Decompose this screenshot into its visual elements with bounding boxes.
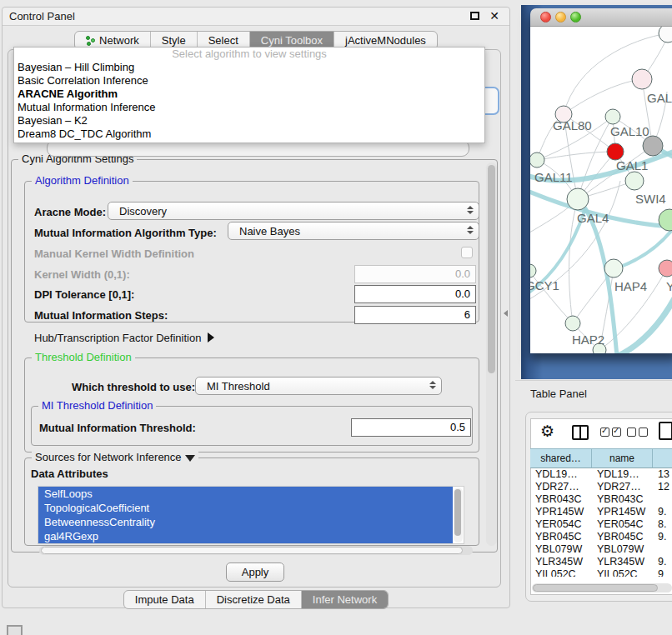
close-icon[interactable]: ✕ [489, 9, 499, 22]
table-cell: 9. [653, 531, 672, 543]
table-cell: YBR045C [530, 531, 592, 543]
float-window-icon[interactable] [470, 12, 479, 20]
kernel-width-field[interactable]: 0.0 [354, 265, 476, 283]
table-row[interactable]: YER054CYER054C8. [530, 518, 672, 531]
document-icon[interactable] [659, 422, 672, 440]
algorithm-dropdown-popup: Select algorithm to view settings Bayesi… [13, 47, 485, 143]
algorithm-list-item[interactable]: Mutual Information Inference [14, 101, 484, 114]
combo-arrows-icon [467, 206, 474, 214]
algorithm-list-item[interactable]: Dream8 DC_TDC Algorithm [14, 128, 484, 141]
network-node[interactable] [632, 69, 652, 89]
table-cell: YBL079W [530, 543, 592, 556]
scrollbar-thumb[interactable] [454, 489, 461, 536]
table-row[interactable]: YBR043CYBR043C [530, 493, 672, 506]
table-cell: YER054C [530, 518, 592, 531]
network-node[interactable] [565, 316, 580, 331]
which-threshold-value: MI Threshold [207, 380, 270, 392]
algorithm-list-item[interactable]: Bayesian – Hill Climbing [14, 61, 484, 74]
mi-threshold-field[interactable]: 0.5 [351, 418, 471, 437]
attribute-list-item[interactable]: gal4RGexp [38, 529, 453, 543]
tab-infer-network[interactable]: Infer Network [302, 591, 388, 608]
which-threshold-combobox[interactable]: MI Threshold [195, 377, 442, 395]
network-canvas[interactable]: GALGAL80GAL10GAL1GAL11SWI4GAL4GCY1HAP4YH… [530, 27, 672, 353]
table-header-row: shared…name [530, 448, 672, 468]
network-node-label: GAL4 [577, 211, 609, 225]
table-row[interactable]: YPR145WYPR145W9. [530, 506, 672, 518]
network-edge [537, 152, 615, 160]
sources-title[interactable]: Sources for Network Inference [32, 451, 198, 463]
attribute-list-item[interactable]: TopologicalCoefficient [38, 501, 453, 515]
table-column-header[interactable] [653, 448, 672, 468]
table-row[interactable]: YIL052CYIL052C9 [530, 568, 672, 577]
algorithm-list-item[interactable]: Bayesian – K2 [14, 114, 484, 128]
aracne-mode-combobox[interactable]: Discovery [108, 202, 479, 220]
scrollbar-thumb[interactable] [488, 165, 495, 373]
network-node-label: GAL1 [616, 158, 648, 172]
attribute-list-item[interactable]: BetweennessCentrality [38, 515, 453, 529]
table-row[interactable]: YBL079WYBL079W [530, 543, 672, 556]
algorithm-list-item[interactable]: Basic Correlation Inference [14, 74, 484, 88]
network-node[interactable] [607, 143, 624, 160]
tab-discretize-data[interactable]: Discretize Data [206, 591, 302, 608]
mi-threshold-label: Mutual Information Threshold: [39, 422, 196, 434]
table-row[interactable]: YDR27…YDR27…12 [530, 481, 672, 493]
table-cell: YLR345W [530, 556, 592, 568]
manual-kernel-width-checkbox[interactable] [461, 247, 473, 258]
gear-icon[interactable]: ⚙ [540, 422, 554, 441]
table-row[interactable]: YLR345WYLR345W9. [530, 556, 672, 568]
apply-button[interactable]: Apply [226, 562, 284, 582]
network-node[interactable] [604, 259, 623, 278]
panel-splitter-handle[interactable] [504, 310, 508, 317]
mi-algorithm-type-combobox[interactable]: Naive Bayes [228, 222, 479, 240]
hub-definition-disclosure[interactable]: Hub/Transcription Factor Definition [34, 332, 214, 344]
network-node-label: GAL [647, 91, 672, 105]
network-node[interactable] [643, 136, 663, 156]
unchecked-checkbox-icon [627, 428, 636, 437]
tab-infer-network-label: Infer Network [313, 593, 377, 606]
network-edge [564, 79, 642, 114]
scrollbar-thumb[interactable] [533, 584, 658, 592]
table-cell: YBL079W [592, 543, 653, 556]
table-column-header[interactable]: name [592, 448, 653, 468]
manual-kernel-width-label: Manual Kernel Width Definition [34, 248, 194, 260]
table-row[interactable]: YDL19…YDL19…13 [530, 468, 672, 481]
checked-checkbox-icon [600, 428, 609, 437]
table-cell [653, 493, 672, 506]
network-node[interactable] [530, 152, 544, 168]
network-node-label: HAP2 [572, 332, 604, 347]
algorithm-list-item[interactable]: ARACNE Algorithm [14, 88, 484, 101]
network-node[interactable] [659, 27, 672, 42]
collapsed-panel-icon[interactable] [7, 625, 23, 635]
table-horizontal-scrollbar[interactable] [532, 583, 672, 592]
table-cell: 13 [653, 468, 672, 481]
table-cell: 12 [653, 481, 672, 493]
close-traffic-light-icon[interactable] [540, 12, 551, 22]
collapsed-arrow-icon [208, 332, 214, 342]
settings-horizontal-scrollbar[interactable] [39, 546, 473, 555]
attribute-list-item[interactable]: SelfLoops [38, 487, 453, 501]
network-node[interactable] [567, 188, 589, 210]
minimize-traffic-light-icon[interactable] [555, 12, 566, 22]
mi-steps-field[interactable]: 6 [354, 306, 476, 324]
network-node[interactable] [605, 109, 620, 124]
settings-vertical-scrollbar[interactable] [486, 162, 497, 546]
select-all-checkboxes-icon[interactable] [600, 428, 621, 437]
table-row[interactable]: YBR045CYBR045C9. [530, 531, 672, 543]
zoom-traffic-light-icon[interactable] [570, 12, 581, 22]
split-columns-icon[interactable] [572, 425, 589, 440]
dpi-tolerance-label: DPI Tolerance [0,1]: [34, 288, 134, 301]
node-table: shared…name YDL19…YDL19…13YDR27…YDR27…12… [530, 448, 672, 577]
dpi-tolerance-field[interactable]: 0.0 [354, 285, 476, 303]
control-panel-window: Control Panel ✕ Network Style Select Cyn… [2, 7, 510, 608]
network-window-titlebar[interactable] [530, 8, 672, 27]
table-cell: YPR145W [592, 506, 653, 518]
tab-impute-data[interactable]: Impute Data [124, 591, 206, 608]
network-node[interactable] [659, 260, 672, 277]
scrollbar-thumb[interactable] [41, 547, 463, 554]
tab-jactivemnodules-label: jActiveMNodules [345, 34, 426, 47]
table-column-header[interactable]: shared… [530, 448, 592, 468]
network-node[interactable] [625, 172, 644, 190]
network-node[interactable] [530, 264, 536, 278]
attributes-scrollbar[interactable] [454, 488, 463, 542]
deselect-all-checkboxes-icon[interactable] [627, 428, 648, 437]
